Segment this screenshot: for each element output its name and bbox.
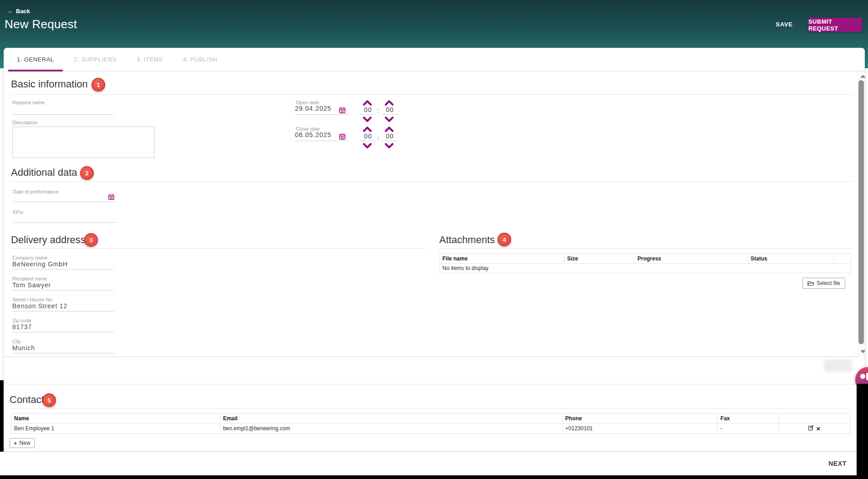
attachments-col-progress: Progress bbox=[635, 254, 748, 264]
scroll-area-border bbox=[4, 357, 858, 357]
request-name-input[interactable] bbox=[12, 105, 114, 115]
open-minute-up-icon[interactable] bbox=[385, 100, 394, 106]
screen-edge-black bbox=[0, 475, 868, 479]
plus-icon: + bbox=[14, 440, 17, 447]
step-badge-3: 3 bbox=[84, 233, 98, 247]
step-badge-5: 5 bbox=[42, 393, 56, 407]
tab-suppliers[interactable]: 2. SUPPLIERS bbox=[66, 48, 125, 71]
section-divider bbox=[439, 248, 853, 249]
tab-general[interactable]: 1. GENERAL bbox=[8, 48, 63, 71]
street-label: Street / House No. bbox=[12, 297, 54, 302]
tab-publish[interactable]: 4. PUBLISH bbox=[174, 48, 226, 71]
tab-items[interactable]: 3. ITEMS bbox=[128, 48, 172, 71]
step-badge-2: 2 bbox=[80, 166, 94, 180]
wizard-tabs: 1. GENERAL 2. SUPPLIERS 3. ITEMS 4. PUBL… bbox=[4, 48, 865, 71]
contact-email-cell: ben.empl1@beneering.com bbox=[220, 423, 562, 434]
attachments-col-size: Size bbox=[564, 254, 635, 264]
attachments-empty-message: No items to display bbox=[440, 264, 851, 273]
zip-code-input[interactable]: 81737 bbox=[12, 323, 114, 332]
open-time-colon: : bbox=[377, 107, 379, 114]
close-time-colon: : bbox=[377, 133, 379, 141]
recipient-name-input[interactable]: Tom Sawyer bbox=[12, 281, 114, 290]
new-request-page: ← Back New Request SAVE SUBMIT REQUEST 1… bbox=[0, 0, 868, 479]
delete-contact-icon[interactable]: ✕ bbox=[816, 426, 821, 432]
contacts-col-phone: Phone bbox=[562, 414, 717, 423]
new-contact-label: New bbox=[20, 440, 30, 446]
close-minute-input[interactable]: 00 bbox=[381, 132, 398, 141]
date-of-performance-input[interactable] bbox=[13, 192, 116, 202]
section-divider bbox=[11, 248, 426, 249]
contact-fax-cell: - bbox=[717, 423, 779, 434]
section-divider bbox=[11, 408, 850, 409]
submit-request-button[interactable]: SUBMIT REQUEST bbox=[808, 18, 862, 32]
additional-data-heading: Additional data bbox=[11, 167, 77, 178]
new-contact-button[interactable]: + New bbox=[10, 438, 35, 448]
description-label: Description bbox=[12, 120, 37, 125]
contact-phone-cell: +01230101 bbox=[562, 423, 717, 434]
chat-fab-icon bbox=[866, 373, 868, 380]
close-date-calendar-icon[interactable] bbox=[339, 133, 346, 140]
select-file-button[interactable]: Select file bbox=[802, 278, 845, 289]
open-hour-down-icon[interactable] bbox=[363, 117, 372, 122]
company-name-input[interactable]: BeNeering GmbH bbox=[12, 260, 114, 270]
open-minute-down-icon[interactable] bbox=[385, 117, 394, 122]
scrollbar-thumb[interactable] bbox=[858, 80, 864, 344]
company-name-label: Company name bbox=[12, 255, 48, 260]
screen-edge-black bbox=[857, 384, 868, 479]
screen-edge-black bbox=[0, 380, 4, 452]
next-button[interactable]: NEXT bbox=[819, 457, 856, 470]
basic-information-heading: Basic information bbox=[11, 78, 88, 90]
back-button[interactable]: ← Back bbox=[7, 8, 30, 15]
open-date-calendar-icon[interactable] bbox=[339, 107, 346, 114]
attachments-col-status: Status bbox=[748, 254, 834, 264]
attachments-col-actions bbox=[834, 254, 851, 264]
contacts-col-email: Email bbox=[220, 414, 562, 423]
zip-code-label: Zip code bbox=[12, 318, 31, 323]
contact-name-cell: Ben Employee 1 bbox=[11, 423, 220, 434]
attachments-table: File name Size Progress Status No items … bbox=[439, 254, 851, 273]
section-divider bbox=[11, 181, 854, 182]
contacts-col-fax: Fax bbox=[717, 414, 779, 423]
city-label: City bbox=[12, 339, 21, 344]
close-minute-up-icon[interactable] bbox=[385, 126, 394, 132]
chat-fab-icon bbox=[860, 374, 865, 379]
step-badge-4: 4 bbox=[497, 233, 511, 246]
edit-contact-icon[interactable] bbox=[808, 426, 816, 432]
contacts-col-actions bbox=[779, 414, 850, 423]
blurred-overlay bbox=[824, 359, 852, 372]
select-file-label: Select file bbox=[817, 280, 840, 286]
close-hour-down-icon[interactable] bbox=[363, 143, 372, 149]
description-textarea[interactable] bbox=[12, 127, 155, 158]
main-card bbox=[4, 48, 865, 385]
contact-row: Ben Employee 1 ben.empl1@beneering.com +… bbox=[11, 423, 850, 434]
scrollbar-down-icon[interactable] bbox=[860, 350, 866, 353]
attachments-heading: Attachments bbox=[439, 234, 495, 246]
close-minute-down-icon[interactable] bbox=[385, 143, 394, 149]
close-hour-input[interactable]: 00 bbox=[360, 132, 376, 141]
back-label: Back bbox=[16, 8, 30, 15]
date-of-performance-calendar-icon[interactable] bbox=[108, 194, 115, 200]
street-input[interactable]: Benson Street 12 bbox=[12, 302, 114, 311]
footer-divider bbox=[0, 451, 857, 452]
section-divider bbox=[11, 94, 854, 95]
back-arrow-icon: ← bbox=[7, 8, 13, 15]
city-input[interactable]: Munich bbox=[12, 344, 114, 353]
scrollbar-up-icon[interactable] bbox=[860, 75, 866, 78]
attachments-col-file-name: File name bbox=[440, 254, 564, 264]
contacts-col-name: Name bbox=[11, 414, 220, 423]
open-minute-input[interactable]: 00 bbox=[381, 106, 398, 115]
open-hour-up-icon[interactable] bbox=[363, 100, 372, 106]
open-hour-input[interactable]: 00 bbox=[360, 106, 376, 115]
close-hour-up-icon[interactable] bbox=[363, 126, 372, 132]
step-badge-1: 1 bbox=[91, 78, 105, 92]
delivery-address-heading: Delivery address bbox=[11, 234, 86, 246]
folder-open-icon bbox=[807, 280, 814, 286]
contacts-table: Name Email Phone Fax Ben Employee 1 ben.… bbox=[11, 413, 850, 434]
page-title: New Request bbox=[5, 17, 77, 31]
kpis-input[interactable] bbox=[13, 212, 116, 223]
save-button[interactable]: SAVE bbox=[768, 17, 800, 31]
recipient-name-label: Recipient name bbox=[12, 276, 47, 281]
